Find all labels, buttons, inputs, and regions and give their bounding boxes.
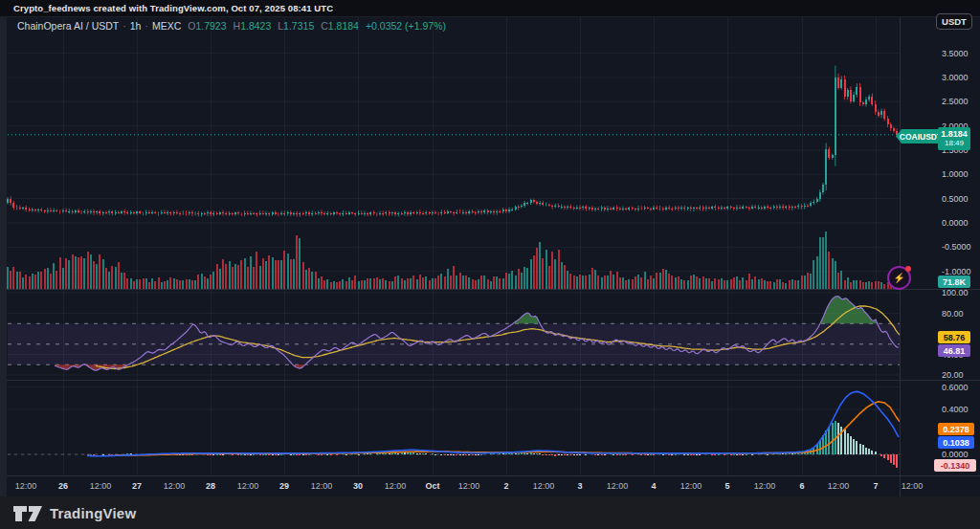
exchange-label[interactable]: MEXC — [152, 20, 181, 32]
time-axis-label: 7 — [873, 481, 878, 491]
time-axis-label: 12:00 — [902, 481, 924, 491]
bar-countdown: 18:49 — [945, 139, 964, 148]
interval-label[interactable]: 1h — [130, 20, 142, 32]
rsi-scale-tick: 100.00 — [942, 288, 969, 298]
time-axis-label: 12:00 — [164, 481, 186, 491]
time-axis-label: 26 — [58, 481, 68, 491]
time-axis-label: 5 — [724, 481, 729, 491]
close-key: C — [321, 20, 328, 32]
tradingview-brand-text[interactable]: TradingView — [50, 505, 136, 521]
macd-signal-value-badge: 0.2378 — [938, 423, 974, 435]
symbol-title[interactable]: ChainOpera AI / USDT — [17, 20, 119, 32]
time-axis-label: 29 — [279, 481, 289, 491]
left-edge-strip — [0, 16, 7, 496]
time-axis-label: 2 — [503, 481, 508, 491]
time-axis-label: 28 — [206, 481, 215, 491]
time-axis-label: 12:00 — [533, 481, 555, 491]
titlebar: Crypto_feednews created with TradingView… — [0, 0, 980, 17]
rsi-value-badge: 46.81 — [938, 344, 970, 357]
notification-dot — [905, 266, 911, 272]
tradingview-screenshot: Crypto_feednews created with TradingView… — [0, 0, 980, 529]
price-scale-tick: 2.5000 — [942, 97, 969, 106]
close-value: 1.8184 — [328, 20, 359, 32]
price-scale-tick: 0.0000 — [942, 218, 969, 228]
rsi-scale-tick: 80.00 — [942, 309, 964, 319]
chart-canvas[interactable] — [0, 0, 980, 529]
footer-bar: TradingView — [0, 496, 980, 529]
time-axis-label: 12:00 — [607, 481, 629, 491]
time-axis-label: 12:00 — [385, 481, 407, 491]
time-axis-label: 3 — [577, 481, 582, 491]
macd-scale-tick: 0.4000 — [942, 405, 969, 414]
time-axis-label: 27 — [132, 481, 142, 491]
time-axis-label: 12:00 — [680, 481, 702, 491]
lightning-bolt-icon: ⚡ — [893, 274, 904, 283]
symbol-price-tag: COAIUSDT — [896, 129, 942, 143]
rsi-ma-value-badge: 58.76 — [938, 331, 970, 343]
high-key: H — [234, 20, 241, 32]
tradingview-logo-icon[interactable] — [13, 502, 42, 523]
time-axis-label: 4 — [651, 481, 656, 491]
rsi-scale-tick: 20.00 — [942, 370, 964, 380]
time-axis-label: 12:00 — [90, 481, 112, 491]
boost-lightning-icon[interactable]: ⚡ — [887, 266, 911, 290]
separator-dot: · — [122, 20, 126, 32]
macd-histogram-value-badge: -0.1340 — [934, 459, 976, 472]
time-axis-label: 12:00 — [15, 481, 37, 491]
time-axis-label: 12:00 — [828, 481, 850, 491]
change-value: +0.0352 (+1.97%) — [366, 20, 446, 32]
chart-legend: ChainOpera AI / USDT·1h·MEXCO1.7923H1.84… — [17, 20, 446, 32]
time-axis-label: Oct — [425, 481, 439, 491]
low-value: 1.7315 — [283, 20, 314, 32]
last-price-badge: 1.8184 18:49 — [938, 127, 970, 150]
separator-dot: · — [145, 20, 148, 32]
macd-scale-tick: 0.0000 — [942, 450, 969, 459]
high-value: 1.8423 — [240, 20, 271, 32]
last-price-value: 1.8184 — [941, 129, 968, 139]
macd-line-value-badge: 0.1038 — [938, 436, 974, 449]
price-scale-tick: 3.0000 — [942, 73, 969, 82]
time-axis-label: 12:00 — [458, 481, 480, 491]
time-axis-label: 12:00 — [311, 481, 333, 491]
open-value: 1.7923 — [195, 20, 226, 32]
time-axis-label: 30 — [353, 481, 363, 491]
price-scale-tick: 0.5000 — [942, 194, 969, 204]
macd-scale-tick: 0.6000 — [942, 383, 969, 392]
time-axis-label: 12:00 — [237, 481, 259, 491]
price-scale-tick: -0.5000 — [942, 242, 971, 252]
titlebar-text: Crypto_feednews created with TradingView… — [13, 3, 333, 13]
volume-value-badge: 71.8K — [938, 276, 970, 288]
time-axis-label: 12:00 — [754, 481, 776, 491]
price-scale-tick: 1.0000 — [942, 169, 969, 179]
time-axis-label: 6 — [799, 481, 804, 491]
price-scale-tick: 3.5000 — [942, 49, 969, 58]
currency-toggle-button[interactable]: USDT — [936, 13, 972, 30]
